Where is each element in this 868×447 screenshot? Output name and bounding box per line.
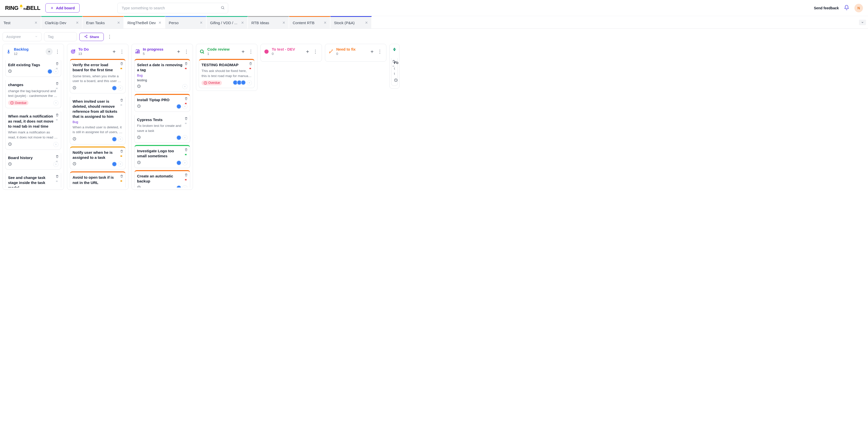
task-card[interactable]: Cypress TestsFix broken test for create … [134, 114, 190, 143]
flag-icon[interactable] [249, 67, 252, 72]
add-assignee-button[interactable]: + [182, 185, 187, 187]
flag-icon[interactable] [55, 119, 59, 123]
add-board-button[interactable]: ＋ Add board [45, 3, 80, 12]
task-card[interactable]: Install Tiptap PRO+ [134, 94, 190, 112]
board-tab[interactable]: Content RTB × [289, 16, 331, 28]
column-menu-button[interactable]: ⋮ [54, 47, 61, 56]
delete-card-icon[interactable] [55, 113, 59, 117]
close-icon[interactable]: × [117, 21, 120, 25]
add-assignee-button[interactable]: + [53, 142, 58, 147]
add-card-button[interactable]: ＋ [176, 47, 182, 56]
share-button[interactable]: Share [79, 33, 104, 41]
close-icon[interactable]: × [324, 21, 327, 25]
add-card-button[interactable]: ＋ [111, 47, 117, 56]
add-card-button[interactable]: ＋ [240, 47, 246, 56]
tabs-overflow-button[interactable] [859, 20, 866, 25]
delete-card-icon[interactable] [55, 175, 59, 179]
close-icon[interactable]: × [34, 21, 37, 25]
search-input[interactable] [117, 3, 228, 13]
delete-card-icon[interactable] [184, 148, 188, 152]
delete-card-icon[interactable] [55, 82, 59, 86]
add-assignee-button[interactable]: + [247, 80, 252, 85]
send-feedback-link[interactable]: Send feedback [814, 6, 839, 10]
task-card[interactable]: Edit existing Tags+ [5, 59, 61, 77]
close-icon[interactable]: × [241, 21, 244, 25]
column-menu-button[interactable]: ⋮ [312, 47, 319, 56]
board-tab[interactable]: Gifing / VDD / ... × [207, 16, 248, 28]
flag-icon[interactable] [55, 67, 59, 72]
add-assignee-button[interactable]: + [182, 160, 187, 165]
add-card-button[interactable]: ＋ [45, 48, 53, 55]
flag-icon[interactable] [184, 122, 188, 127]
user-avatar[interactable]: N [855, 4, 863, 12]
flag-icon[interactable] [184, 67, 188, 72]
tag-filter[interactable]: Tag [44, 32, 77, 41]
delete-card-icon[interactable] [392, 60, 396, 64]
delete-card-icon[interactable] [55, 62, 59, 66]
flag-icon[interactable] [184, 153, 188, 158]
board-menu-button[interactable]: ⋮ [106, 32, 113, 41]
delete-card-icon[interactable] [120, 62, 123, 66]
delete-card-icon[interactable] [55, 155, 59, 159]
add-assignee-button[interactable]: + [118, 85, 123, 91]
task-card[interactable]: When invited user is deleted, should rem… [70, 95, 126, 144]
flag-icon[interactable] [184, 179, 188, 183]
delete-card-icon[interactable] [249, 62, 252, 66]
board-tab[interactable]: Perso × [165, 16, 207, 28]
flag-icon[interactable] [55, 180, 59, 184]
task-card[interactable]: Board history+ [5, 152, 61, 170]
close-icon[interactable]: × [200, 21, 203, 25]
task-card[interactable]: FixCre task+ [391, 57, 398, 86]
delete-card-icon[interactable] [184, 97, 188, 101]
column-menu-button[interactable]: ⋮ [248, 47, 254, 56]
task-card[interactable]: TESTING ROADMAPThis ask should be fixed … [199, 59, 255, 88]
assignee-filter[interactable]: Assignee [2, 32, 41, 41]
close-icon[interactable]: × [76, 21, 79, 25]
add-assignee-button[interactable]: + [118, 162, 123, 167]
delete-card-icon[interactable] [120, 149, 123, 154]
notifications-icon[interactable] [844, 5, 849, 11]
board-tab[interactable]: Test × [0, 16, 41, 28]
column-menu-button[interactable]: ⋮ [183, 47, 190, 56]
task-card[interactable]: Select a date is removing a tagBugtestin… [134, 59, 190, 92]
delete-card-icon[interactable] [120, 174, 123, 179]
flag-icon[interactable] [55, 87, 59, 92]
board-tab[interactable]: RTB Ideas × [248, 16, 289, 28]
delete-card-icon[interactable] [184, 62, 188, 66]
flag-icon[interactable] [55, 160, 59, 165]
flag-icon[interactable] [184, 102, 188, 107]
board-tab[interactable]: ClarkUp Dev × [41, 16, 83, 28]
task-card[interactable]: Create an automatic backup+ [134, 170, 190, 187]
add-assignee-button[interactable]: + [398, 78, 398, 83]
close-icon[interactable]: × [365, 21, 368, 25]
task-card[interactable]: Investigate Logo too small sometimes+ [134, 145, 190, 168]
board-tab[interactable]: RingTheBell Dev × [124, 16, 165, 28]
board-tab[interactable]: Stock (P&A) × [331, 16, 372, 28]
task-card[interactable]: Notify user when he is assigned to a tas… [70, 146, 126, 170]
add-card-button[interactable]: ＋ [305, 47, 311, 56]
column-menu-button[interactable]: ⋮ [377, 47, 383, 56]
task-card[interactable]: When mark a notification as read, it doe… [5, 110, 61, 150]
flag-icon[interactable] [120, 67, 123, 72]
column-menu-button[interactable]: ⋮ [119, 47, 125, 56]
delete-card-icon[interactable] [184, 117, 188, 121]
delete-card-icon[interactable] [184, 173, 188, 177]
board-tab[interactable]: Eran Tasks × [83, 16, 124, 28]
delete-card-icon[interactable] [120, 98, 123, 103]
task-card[interactable]: Avoid to open task if is not in the URLS… [70, 171, 126, 187]
search-icon[interactable] [221, 5, 225, 10]
add-assignee-button[interactable]: + [182, 84, 187, 89]
task-card[interactable]: Verify the error load board for the firs… [70, 59, 126, 93]
flag-icon[interactable] [120, 180, 123, 184]
add-assignee-button[interactable]: + [53, 100, 58, 105]
flag-icon[interactable] [120, 104, 123, 108]
close-icon[interactable]: × [158, 21, 161, 25]
task-card[interactable]: See and change task stage inside the tas… [5, 172, 61, 187]
add-assignee-button[interactable]: + [118, 137, 123, 142]
close-icon[interactable]: × [282, 21, 285, 25]
flag-icon[interactable] [120, 155, 123, 159]
add-assignee-button[interactable]: + [182, 135, 187, 140]
add-card-button[interactable]: ＋ [369, 47, 375, 56]
task-card[interactable]: changeschange the tag background and tex… [5, 79, 61, 108]
flag-icon[interactable] [392, 65, 396, 69]
